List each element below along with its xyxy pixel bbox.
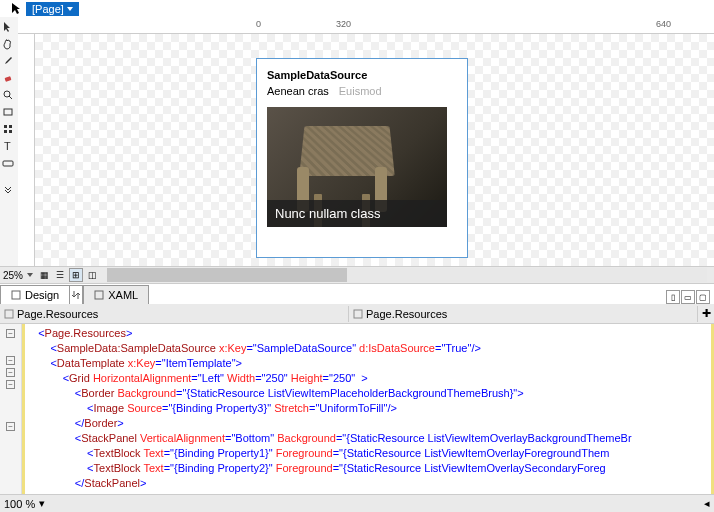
view-snap[interactable]: ◫	[85, 268, 99, 282]
tab-xaml[interactable]: XAML	[83, 285, 149, 304]
item-caption: Nunc nullam class	[267, 200, 447, 227]
element-dropdown-left[interactable]: Page.Resources	[0, 306, 349, 322]
svg-rect-5	[9, 125, 12, 128]
rect-tool[interactable]	[0, 104, 16, 120]
fold-toggle[interactable]: −	[6, 422, 15, 431]
xaml-icon	[94, 290, 104, 300]
element-icon	[4, 309, 14, 319]
svg-rect-12	[5, 310, 13, 318]
text-tool[interactable]: T	[0, 138, 16, 154]
design-surface[interactable]: T 0 320 640 SampleDataSource Aenean cras…	[0, 17, 714, 266]
pointer-tool[interactable]	[0, 19, 16, 35]
svg-rect-6	[4, 130, 7, 133]
svg-rect-11	[95, 291, 103, 299]
canvas[interactable]: SampleDataSource Aenean cras Euismod Nun…	[35, 34, 714, 266]
split-collapse[interactable]: ▢	[696, 290, 710, 304]
zoom-tool[interactable]	[0, 87, 16, 103]
svg-text:T: T	[4, 140, 11, 152]
breadcrumb[interactable]: [Page]	[26, 2, 79, 16]
design-icon	[11, 290, 21, 300]
zoom-level[interactable]: 25%	[3, 270, 23, 281]
button-tool[interactable]	[0, 155, 16, 171]
chevron-down-icon[interactable]	[27, 273, 33, 277]
fold-toggle[interactable]: −	[6, 368, 15, 377]
fold-gutter[interactable]: − − − − −	[0, 324, 22, 494]
svg-line-2	[9, 96, 12, 99]
svg-rect-10	[12, 291, 20, 299]
horizontal-scrollbar[interactable]	[107, 268, 707, 282]
add-button[interactable]: ✚	[698, 307, 714, 320]
view-grid[interactable]: ▦	[37, 268, 51, 282]
svg-rect-7	[9, 130, 12, 133]
code-editor[interactable]: − − − − − <Page.Resources> <SampleData:S…	[0, 324, 714, 494]
footer-zoom[interactable]: 100 %	[4, 498, 35, 510]
grid-tool[interactable]	[0, 121, 16, 137]
horizontal-ruler: 0 320 640	[18, 17, 714, 34]
datasource-label: SampleDataSource	[267, 69, 457, 81]
page-preview[interactable]: SampleDataSource Aenean cras Euismod Nun…	[256, 58, 468, 258]
element-dropdown-right[interactable]: Page.Resources	[349, 306, 698, 322]
view-list[interactable]: ☰	[53, 268, 67, 282]
split-vertical[interactable]: ▯	[666, 290, 680, 304]
item-tile[interactable]: Nunc nullam class	[267, 107, 447, 227]
view-fit[interactable]: ⊞	[69, 268, 83, 282]
pan-tool[interactable]	[0, 36, 16, 52]
swap-panes[interactable]	[69, 285, 83, 304]
expand-tools[interactable]	[0, 181, 16, 197]
svg-rect-13	[354, 310, 362, 318]
scroll-left[interactable]: ◂	[704, 497, 710, 510]
svg-rect-3	[4, 109, 12, 115]
vertical-ruler	[18, 34, 35, 266]
brush-tool[interactable]	[0, 53, 16, 69]
split-horizontal[interactable]: ▭	[681, 290, 695, 304]
fold-toggle[interactable]: −	[6, 380, 15, 389]
svg-rect-4	[4, 125, 7, 128]
fold-toggle[interactable]: −	[6, 356, 15, 365]
title-primary: Aenean cras	[267, 85, 329, 97]
fold-toggle[interactable]: −	[6, 329, 15, 338]
svg-rect-9	[3, 161, 13, 166]
svg-rect-0	[4, 76, 11, 82]
cursor-icon	[12, 3, 22, 15]
swap-icon	[72, 290, 80, 300]
title-secondary: Euismod	[339, 85, 382, 97]
chevron-down-icon	[67, 7, 73, 11]
toolbox: T	[0, 17, 18, 266]
eraser-tool[interactable]	[0, 70, 16, 86]
code-text[interactable]: <Page.Resources> <SampleData:SampleDataS…	[22, 324, 714, 494]
element-icon	[353, 309, 363, 319]
tab-design[interactable]: Design	[0, 285, 70, 304]
